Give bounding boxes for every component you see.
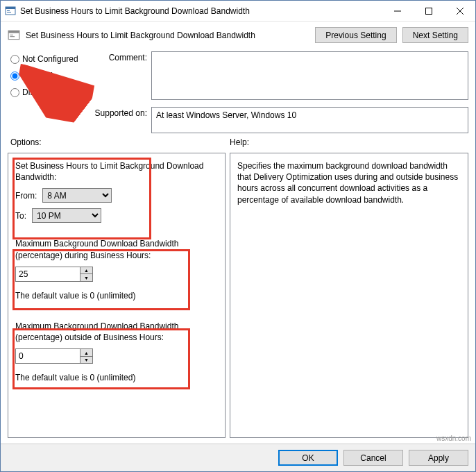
outside-note: The default value is 0 (unlimited)	[15, 372, 218, 383]
help-panel: Specifies the maximum background downloa…	[230, 153, 468, 438]
header-title: Set Business Hours to Limit Background D…	[26, 31, 309, 40]
supported-label: Supported on:	[92, 107, 151, 118]
outside-label: Maximum Background Download Bandwidth (p…	[15, 321, 218, 343]
configuration-area: Not Configured Enabled Disabled Comment:…	[1, 49, 475, 135]
policy-icon	[8, 29, 20, 42]
to-label: To:	[15, 211, 26, 221]
minimize-button[interactable]	[382, 1, 413, 21]
options-panel: Set Business Hours to Limit Background D…	[8, 153, 226, 438]
svg-rect-5	[425, 8, 432, 14]
spin-up-icon[interactable]: ▲	[80, 267, 92, 275]
maximize-icon	[425, 8, 432, 15]
disabled-input[interactable]	[10, 88, 19, 97]
enabled-radio[interactable]: Enabled	[10, 71, 87, 81]
spin-up-icon[interactable]: ▲	[80, 349, 92, 357]
apply-button[interactable]: Apply	[409, 450, 468, 466]
svg-rect-11	[10, 36, 15, 37]
help-label: Help:	[230, 137, 249, 147]
from-select[interactable]: 8 AM	[42, 188, 112, 203]
window-title: Set Business Hours to Limit Background D…	[20, 6, 382, 16]
svg-rect-9	[8, 31, 19, 33]
supported-on-text: At least Windows Server, Windows 10	[156, 110, 296, 120]
fields-grid: Comment: Supported on: At least Windows …	[92, 51, 468, 133]
not-configured-radio[interactable]: Not Configured	[10, 54, 87, 64]
svg-rect-3	[7, 12, 11, 12]
cancel-button[interactable]: Cancel	[343, 450, 403, 466]
ok-button[interactable]: OK	[278, 450, 338, 466]
from-label: From:	[15, 191, 37, 201]
footer: OK Cancel Apply	[1, 444, 475, 471]
close-button[interactable]	[444, 1, 475, 21]
svg-rect-2	[7, 10, 10, 11]
svg-rect-1	[6, 7, 15, 9]
outside-spin-buttons: ▲▼	[80, 349, 92, 363]
next-setting-button[interactable]: Next Setting	[402, 27, 468, 43]
watermark: wsxdn.com	[436, 435, 471, 442]
dialog-window: Set Business Hours to Limit Background D…	[0, 0, 476, 472]
during-input[interactable]	[16, 267, 80, 281]
disabled-label: Disabled	[22, 87, 55, 97]
svg-rect-10	[10, 34, 13, 35]
outside-input[interactable]	[16, 349, 80, 363]
to-row: To: 10 PM	[15, 208, 218, 223]
to-select[interactable]: 10 PM	[32, 208, 101, 223]
help-text: Specifies the maximum background downloa…	[237, 160, 461, 205]
options-heading: Set Business Hours to Limit Background D…	[15, 160, 218, 183]
disabled-radio[interactable]: Disabled	[10, 87, 87, 97]
during-label: Maximum Background Download Bandwidth (p…	[15, 238, 218, 260]
titlebar[interactable]: Set Business Hours to Limit Background D…	[1, 1, 475, 22]
close-icon	[457, 8, 464, 15]
header-bar: Set Business Hours to Limit Background D…	[1, 22, 475, 49]
panels: Set Business Hours to Limit Background D…	[1, 149, 475, 444]
not-configured-input[interactable]	[10, 55, 19, 64]
section-labels: Options: Help:	[1, 135, 475, 149]
from-row: From: 8 AM	[15, 188, 218, 203]
during-note: The default value is 0 (unlimited)	[15, 290, 218, 301]
during-spin-buttons: ▲▼	[80, 267, 92, 281]
maximize-button[interactable]	[413, 1, 444, 21]
options-label: Options:	[10, 137, 230, 147]
supported-on-box: At least Windows Server, Windows 10	[151, 107, 468, 133]
previous-setting-button[interactable]: Previous Setting	[315, 27, 396, 43]
spin-down-icon[interactable]: ▼	[80, 357, 92, 364]
comment-textarea[interactable]	[151, 51, 468, 100]
app-icon	[5, 6, 16, 17]
enabled-label: Enabled	[22, 71, 53, 81]
during-spinner[interactable]: ▲▼	[15, 267, 93, 282]
outside-spinner[interactable]: ▲▼	[15, 348, 93, 364]
spin-down-icon[interactable]: ▼	[80, 274, 92, 281]
comment-label: Comment:	[92, 51, 151, 62]
state-radios: Not Configured Enabled Disabled	[10, 51, 87, 133]
not-configured-label: Not Configured	[22, 54, 78, 64]
enabled-input[interactable]	[10, 71, 19, 81]
minimize-icon	[394, 8, 401, 15]
